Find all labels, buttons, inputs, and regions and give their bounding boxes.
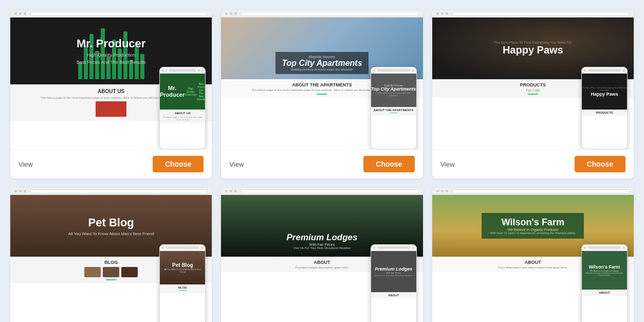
t1m-about-title: ABOUT US bbox=[162, 112, 203, 115]
topbar-url bbox=[452, 12, 630, 16]
t4m-accent bbox=[179, 290, 187, 291]
t1-tagline2: Best Prices And The Best Results bbox=[77, 60, 145, 65]
view-button-mr-producer[interactable]: View bbox=[19, 160, 33, 168]
topbar-dot bbox=[14, 12, 17, 15]
t6-sub: We Believe in Organic Products bbox=[490, 228, 576, 231]
topbar-dot bbox=[225, 190, 228, 192]
mobile-topbar-4 bbox=[160, 245, 205, 251]
t1-tagline: High Quality Production bbox=[87, 52, 136, 58]
view-button-paws[interactable]: View bbox=[440, 160, 455, 168]
desktop-topbar-2 bbox=[221, 10, 422, 17]
t1-bar bbox=[140, 54, 144, 80]
mobile-url bbox=[166, 246, 199, 249]
t1m-about-text: The About page is the most important pag… bbox=[162, 116, 203, 121]
mobile-preview-luxury: Majestic Houses Top City Apartments Walk… bbox=[371, 67, 417, 149]
topbar-dot bbox=[230, 190, 232, 192]
t2-overlay: Majestic Houses Top City Apartments Walk… bbox=[275, 52, 368, 74]
view-button-luxury[interactable]: View bbox=[229, 160, 244, 168]
mobile-content-2: Majestic Houses Top City Apartments Walk… bbox=[371, 74, 416, 149]
card-premium-lodges: Premium Lodges With Fair Prices Visit Us… bbox=[221, 188, 422, 322]
topbar-url bbox=[30, 12, 208, 16]
mobile-topbar-3 bbox=[582, 67, 627, 74]
t6m-about-title: ABOUT bbox=[583, 291, 625, 294]
mobile-dot bbox=[584, 69, 586, 71]
t2m-about-title: ABOUT THE APARTMENTS bbox=[373, 109, 415, 112]
choose-button-luxury[interactable]: Choose bbox=[363, 156, 414, 172]
choose-button-mr-producer[interactable]: Choose bbox=[153, 156, 204, 172]
t6-overlay: Wilson's Farm We Believe in Organic Prod… bbox=[482, 213, 584, 239]
t4-blog-img2 bbox=[103, 267, 119, 277]
t5m-tag2: Visit Us For Your Best Woodland Vacation bbox=[373, 274, 415, 277]
mobile-url bbox=[169, 69, 196, 71]
card-happy-paws: The Best Place To Find Everything You Ne… bbox=[432, 10, 634, 178]
topbar-dot bbox=[19, 190, 22, 192]
topbar-url bbox=[30, 189, 208, 193]
card-wilsons-farm: Wilson's Farm We Believe in Organic Prod… bbox=[432, 188, 634, 322]
t1m-about: ABOUT US The About page is the most impo… bbox=[160, 110, 205, 123]
t6-title: Wilson's Farm bbox=[490, 217, 576, 228]
topbar-dot bbox=[24, 12, 26, 15]
mobile-dot bbox=[623, 247, 625, 249]
mobile-preview-blog: Pet Blog All You Want To Know About Man'… bbox=[159, 244, 206, 322]
t4m-hero: Pet Blog All You Want To Know About Man'… bbox=[160, 251, 205, 284]
t6m-about: ABOUT bbox=[582, 290, 627, 296]
t1m-hero: Mr. Producer High Quality Production Bes… bbox=[160, 74, 205, 110]
t4m-blog-title: BLOG bbox=[161, 286, 204, 289]
t5m-title: Premium Lodges bbox=[375, 266, 412, 272]
topbar-url bbox=[241, 189, 418, 193]
topbar-url bbox=[452, 189, 630, 193]
t1m-title: Mr. Producer bbox=[160, 85, 185, 98]
topbar-dot bbox=[230, 12, 232, 15]
mobile-dot bbox=[201, 69, 203, 71]
preview-happy-paws: The Best Place To Find Everything You Ne… bbox=[432, 10, 634, 149]
preview-pet-blog: Pet Blog All You Want To Know About Man'… bbox=[10, 188, 212, 322]
t3m-small: The Best Place To Find Everything You Ne… bbox=[582, 86, 627, 92]
t3m-title: Happy Paws bbox=[591, 92, 618, 97]
mobile-preview-paws: The Best Place To Find Everything You Ne… bbox=[581, 67, 628, 149]
t6-sub2: With over 12 years of experience, provid… bbox=[490, 231, 576, 235]
mobile-content-6: Wilson's Farm We Believe in Organic Prod… bbox=[582, 251, 627, 322]
desktop-topbar-3 bbox=[432, 10, 634, 17]
card-footer-luxury: View Choose bbox=[221, 149, 422, 178]
t3m-products: PRODUCTS bbox=[582, 110, 627, 116]
t3m-products-title: PRODUCTS bbox=[583, 111, 625, 114]
mobile-dot bbox=[165, 69, 167, 71]
t6m-title: Wilson's Farm bbox=[588, 264, 620, 270]
topbar-url bbox=[241, 12, 418, 16]
desktop-topbar-5 bbox=[221, 188, 422, 195]
mobile-dot bbox=[373, 247, 375, 249]
t5m-hero: Premium Lodges With Fair Prices Visit Us… bbox=[371, 251, 416, 292]
t5m-about-title: ABOUT bbox=[373, 294, 415, 297]
topbar-dot bbox=[436, 190, 439, 192]
mobile-topbar-2 bbox=[371, 67, 416, 74]
t5-tagline2: Visit Us For Your Best Woodland Vacation bbox=[293, 246, 351, 249]
topbar-dot bbox=[24, 190, 26, 192]
choose-button-paws[interactable]: Choose bbox=[575, 156, 625, 172]
mobile-preview-mr-producer: Mr. Producer High Quality Production Bes… bbox=[159, 67, 206, 149]
t4-accent bbox=[106, 279, 116, 280]
mobile-dot bbox=[198, 69, 200, 71]
mobile-topbar-5 bbox=[371, 245, 416, 251]
t2m-hero: Majestic Houses Top City Apartments Walk… bbox=[371, 74, 416, 107]
mobile-content-4: Pet Blog All You Want To Know About Man'… bbox=[160, 251, 205, 322]
t4-blog-img3 bbox=[121, 267, 138, 277]
mobile-dot bbox=[412, 69, 414, 71]
t5-tagline: With Fair Prices bbox=[309, 243, 335, 246]
desktop-topbar-6 bbox=[432, 188, 634, 195]
mobile-content-5: Premium Lodges With Fair Prices Visit Us… bbox=[371, 251, 416, 322]
t4m-blog: BLOG bbox=[160, 284, 205, 293]
card-pet-blog: Pet Blog All You Want To Know About Man'… bbox=[10, 188, 212, 322]
card-mr-producer: Mr. Producer High Quality Production Bes… bbox=[10, 10, 212, 178]
topbar-dot bbox=[14, 190, 17, 192]
t2m-sub: Walking distance to every major city att… bbox=[371, 92, 416, 97]
mobile-content: Mr. Producer High Quality Production Bes… bbox=[160, 74, 205, 149]
t4-blog-img1 bbox=[84, 267, 101, 277]
preview-wilsons-farm: Wilson's Farm We Believe in Organic Prod… bbox=[432, 188, 634, 322]
t6m-sub2: With over 12 years of experience, provid… bbox=[584, 272, 625, 276]
t2-small: Majestic Houses bbox=[282, 55, 362, 59]
template-grid: Mr. Producer High Quality Production Bes… bbox=[10, 10, 634, 322]
preview-luxury-apartments: Majestic Houses Top City Apartments Walk… bbox=[221, 10, 422, 149]
t5-title: Premium Lodges bbox=[287, 232, 358, 243]
t4-subtitle: All You Want To Know About Man's Best Fr… bbox=[68, 231, 154, 236]
topbar-dot bbox=[234, 190, 237, 192]
